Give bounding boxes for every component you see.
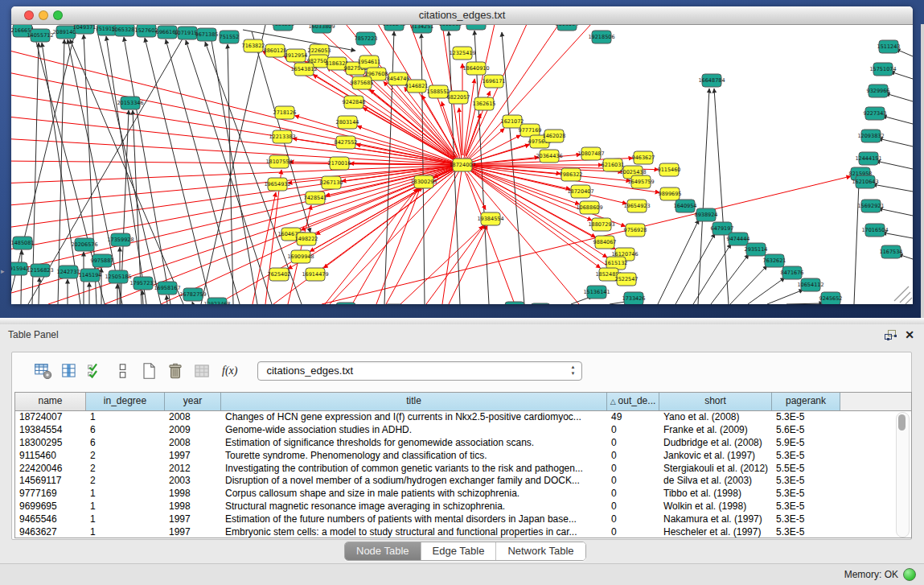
- table-row[interactable]: 977716911998Corpus callosum shape and si…: [15, 488, 911, 501]
- cell-short: Jankovic et al. (1997): [659, 450, 772, 463]
- new-table-icon[interactable]: [139, 362, 158, 380]
- table-row[interactable]: 1830029562008Estimation of significance …: [15, 437, 911, 450]
- select-rows-icon[interactable]: [86, 362, 105, 380]
- function-builder-icon[interactable]: f(x): [222, 365, 237, 377]
- graph-node-label: 17957233: [129, 280, 156, 286]
- table-row[interactable]: 911546021997Tourette syndrome. Phenomeno…: [15, 450, 911, 463]
- cell-year: 2008: [165, 437, 221, 450]
- table-row[interactable]: 946554611997Estimation of the future num…: [15, 513, 911, 526]
- graph-node-label: 16958167: [154, 285, 180, 291]
- graph-node-label: 1615132: [605, 260, 628, 266]
- table-row[interactable]: 1456911722003Disruption of a novel membe…: [15, 475, 911, 488]
- graph-node-label: 8938924: [695, 212, 718, 218]
- memory-ok-indicator: [903, 568, 916, 581]
- graph-node-label: 1485081: [11, 240, 34, 246]
- tab-network-table[interactable]: Network Table: [495, 542, 585, 560]
- cell-pagerank: 5.3E-5: [772, 411, 840, 424]
- graph-node-label: 2522547: [615, 276, 639, 282]
- graph-node[interactable]: [531, 303, 550, 304]
- float-panel-icon[interactable]: [885, 330, 897, 340]
- resize-grip[interactable]: [894, 286, 912, 304]
- graph-node-label: 15136141: [583, 289, 610, 295]
- graph-node-label: 16782759: [179, 291, 206, 298]
- west-panel-handle[interactable]: ▸: [1, 267, 5, 275]
- cell-title: Tourette syndrome. Phenomenology and cla…: [221, 450, 607, 463]
- table-row[interactable]: 1938455462009Genome-wide association stu…: [15, 424, 911, 437]
- select-column-icon[interactable]: [60, 362, 79, 380]
- table-panel-body: f(x) citations_edges.txt ▲▼ namein_degre…: [11, 352, 912, 540]
- cell-in_degree: 1: [86, 411, 165, 424]
- graph-node-label: 12325419: [449, 50, 475, 56]
- graph-node-label: 20364436: [536, 153, 562, 159]
- graph-edge: [166, 295, 167, 304]
- graph-edge: [462, 165, 579, 304]
- cell-year: 1998: [165, 501, 221, 513]
- hide-columns-icon[interactable]: [113, 362, 132, 380]
- graph-node-label: 2935114: [745, 246, 768, 253]
- column-header-short[interactable]: short: [659, 393, 772, 410]
- vertical-scrollbar[interactable]: [896, 412, 910, 538]
- cell-year: 1997: [165, 450, 221, 463]
- graph-node-label: 16210643: [852, 179, 878, 185]
- network-canvas-svg[interactable]: 1872400771638228860128891295422260539827…: [11, 25, 913, 304]
- graph-node-label: 1621072: [501, 118, 524, 125]
- column-header-title[interactable]: title: [221, 393, 607, 410]
- graph-edge: [376, 187, 421, 304]
- cell-short: Dudbridge et al. (2008): [659, 437, 772, 450]
- graph-node-label: 1498222: [295, 236, 318, 242]
- graph-node[interactable]: [505, 302, 524, 304]
- cell-name: 9463627: [15, 526, 86, 538]
- graph-node-label: 17016504: [861, 227, 888, 233]
- table-row[interactable]: 2242004622012Investigating the contribut…: [15, 463, 911, 476]
- graph-edge: [11, 165, 462, 274]
- cell-short: Tibbo et al. (1998): [659, 488, 772, 501]
- column-header-out_degree[interactable]: △out_de...: [607, 393, 659, 410]
- tab-edge-table[interactable]: Edge Table: [421, 542, 496, 560]
- column-header-name[interactable]: name: [15, 393, 86, 410]
- table-row[interactable]: 1872400712008Changes of HCN gene express…: [15, 411, 911, 424]
- graph-node-label: 19384554: [477, 216, 503, 222]
- cell-in_degree: 2: [86, 475, 165, 488]
- graph-node-label: 16543812: [290, 66, 317, 72]
- table-row[interactable]: 946362711997Embryonic stem cells: a mode…: [15, 526, 911, 538]
- graph-edge: [676, 233, 715, 304]
- window-title: citations_edges.txt: [11, 6, 913, 24]
- cell-in_degree: 6: [86, 424, 165, 437]
- network-canvas[interactable]: 1872400771638228860128891295422260539827…: [11, 25, 913, 304]
- column-header-in_degree[interactable]: in_degree: [86, 393, 165, 410]
- graph-node-label: 1049371: [73, 25, 97, 31]
- window-titlebar[interactable]: citations_edges.txt: [11, 6, 913, 25]
- table-select-dropdown[interactable]: citations_edges.txt ▲▼: [257, 361, 582, 381]
- delete-table-icon[interactable]: [166, 362, 185, 380]
- cell-out_degree: 0: [607, 450, 659, 463]
- import-table-icon[interactable]: [192, 362, 211, 380]
- column-header-label: out_de...: [618, 395, 656, 406]
- graph-node[interactable]: [336, 303, 355, 304]
- graph-node-label: 16648784: [698, 77, 725, 84]
- graph-edge: [21, 250, 22, 304]
- graph-node-label: 12213383: [269, 134, 295, 140]
- column-header-filler: [840, 393, 911, 410]
- graph-node-label: 1167534: [880, 249, 903, 255]
- network-view-window[interactable]: citations_edges.txt 18724007716382288601…: [11, 6, 913, 304]
- graph-node-label: 6479197: [711, 225, 734, 232]
- table-row[interactable]: 969969511998Structural magnetic resonanc…: [15, 501, 911, 513]
- cell-name: 18300295: [15, 437, 86, 450]
- close-panel-icon[interactable]: ✕: [905, 328, 914, 341]
- graph-node-label: 7653229: [272, 25, 295, 27]
- table-settings-icon[interactable]: [33, 362, 52, 380]
- column-header-pagerank[interactable]: pagerank: [772, 393, 840, 410]
- cell-short: Yano et al. (2008): [659, 411, 772, 424]
- cell-short: Wolkin et al. (1998): [659, 501, 772, 513]
- east-panel-splitter[interactable]: [921, 24, 924, 318]
- graph-node-label: 9777169: [519, 127, 542, 134]
- scrollbar-thumb[interactable]: [898, 414, 906, 431]
- graph-edge: [39, 278, 39, 304]
- graph-edge: [878, 138, 913, 146]
- node-table: namein_degreeyeartitle△out_de...shortpag…: [14, 392, 912, 538]
- column-header-year[interactable]: year: [165, 393, 221, 410]
- tab-node-table[interactable]: Node Table: [345, 542, 421, 560]
- graph-node-label: 9875685: [351, 80, 374, 86]
- graph-edge: [873, 184, 913, 192]
- graph-node-label: 9245652: [819, 295, 843, 302]
